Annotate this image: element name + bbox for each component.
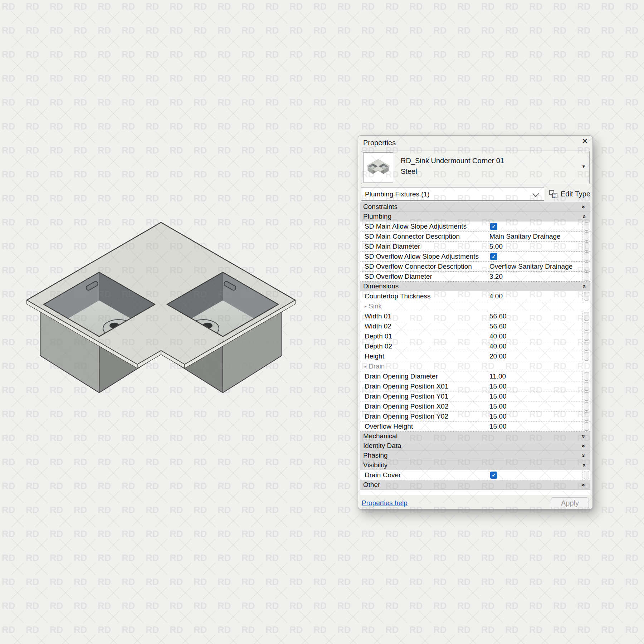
parameter-checkbox[interactable]: ✓: [490, 223, 497, 230]
parameter-group-row[interactable]: ▸Drain: [360, 361, 590, 371]
property-value[interactable]: 56.60: [487, 311, 582, 321]
expand-chevron-icon[interactable]: »: [581, 434, 587, 438]
property-value[interactable]: 15.00: [487, 411, 582, 421]
section-header-mechanical[interactable]: Mechanical»: [360, 431, 590, 441]
property-value[interactable]: 40.00: [487, 331, 582, 341]
expand-chevron-icon[interactable]: »: [581, 205, 587, 208]
property-name: SD Main Allow Slope Adjustments: [360, 221, 487, 231]
property-name: Overflow Height: [360, 421, 487, 431]
associate-parameter-button[interactable]: [584, 292, 589, 301]
property-row: Depth 0240.00: [360, 341, 590, 351]
property-value[interactable]: 11.00: [487, 371, 582, 381]
property-row: Depth 0140.00: [360, 331, 590, 341]
section-header-visibility[interactable]: Visibility»: [360, 460, 590, 470]
type-selector[interactable]: RD_Sink Undermount Corner 01 Steel ▾: [361, 151, 590, 184]
panel-title: Properties: [363, 139, 396, 147]
associate-param-column: [582, 470, 590, 480]
property-value[interactable]: 15.00: [487, 381, 582, 391]
associate-parameter-button[interactable]: [584, 232, 589, 241]
associate-parameter-button[interactable]: [584, 412, 589, 421]
associate-parameter-button[interactable]: [584, 471, 589, 479]
associate-parameter-button[interactable]: [584, 272, 589, 281]
associate-param-column: [582, 411, 590, 421]
property-value[interactable]: Main Sanitary Drainage: [487, 231, 582, 241]
associate-parameter-button[interactable]: [584, 332, 589, 341]
property-row: SD Main Allow Slope Adjustments✓: [360, 221, 590, 231]
edit-type-button[interactable]: Edit Type: [548, 188, 590, 200]
expand-chevron-icon[interactable]: »: [581, 454, 587, 457]
associate-parameter-button[interactable]: [584, 322, 589, 331]
associate-param-column: [582, 351, 590, 361]
associate-parameter-button[interactable]: [584, 252, 589, 261]
associate-parameter-button[interactable]: [584, 422, 589, 431]
property-value[interactable]: ✓: [487, 221, 582, 231]
property-name: Drain Opening Diameter: [360, 371, 487, 381]
associate-param-column: [582, 421, 590, 431]
property-row: SD Main Connector DescriptionMain Sanita…: [360, 231, 590, 241]
property-value[interactable]: ✓: [487, 470, 582, 480]
associate-parameter-button[interactable]: [584, 262, 589, 271]
associate-parameter-button[interactable]: [584, 312, 589, 321]
collapse-chevron-icon[interactable]: »: [581, 215, 587, 218]
grid-empty-space: [360, 490, 590, 495]
parameter-checkbox[interactable]: ✓: [490, 472, 497, 479]
property-row: SD Overflow Connector DescriptionOverflo…: [360, 262, 590, 272]
property-value[interactable]: 20.00: [487, 351, 582, 361]
associate-param-column: [582, 371, 590, 381]
property-name: Depth 02: [360, 341, 487, 351]
property-name: Width 02: [360, 321, 487, 331]
property-value[interactable]: ✓: [487, 252, 582, 261]
property-value[interactable]: 5.00: [487, 241, 582, 251]
associate-param-column: [582, 401, 590, 411]
property-name: SD Main Connector Description: [360, 231, 487, 241]
section-header-plumbing[interactable]: Plumbing»: [360, 212, 590, 221]
section-header-identity-data[interactable]: Identity Data»: [360, 441, 590, 451]
property-name: SD Main Diameter: [360, 241, 487, 251]
expand-chevron-icon[interactable]: »: [581, 483, 587, 486]
associate-param-column: [582, 231, 590, 241]
associate-parameter-button[interactable]: [584, 402, 589, 411]
associate-param-column: [582, 381, 590, 391]
associate-parameter-button[interactable]: [584, 382, 589, 391]
category-dropdown[interactable]: Plumbing Fixtures (1): [361, 187, 544, 201]
property-name: SD Overflow Allow Slope Adjustments: [360, 252, 487, 261]
property-row: Width 0256.60: [360, 321, 590, 331]
property-value[interactable]: 3.20: [487, 272, 582, 281]
parameter-checkbox[interactable]: ✓: [490, 253, 497, 260]
type-dropdown-arrow-icon[interactable]: ▾: [582, 163, 585, 170]
property-value[interactable]: 4.00: [487, 291, 582, 301]
property-value[interactable]: 15.00: [487, 421, 582, 431]
associate-parameter-button[interactable]: [584, 222, 589, 231]
associate-parameter-button[interactable]: [584, 352, 589, 361]
expand-chevron-icon[interactable]: »: [581, 444, 587, 447]
close-icon[interactable]: ✕: [582, 137, 588, 145]
parameter-group-row[interactable]: ▸Sink: [360, 301, 590, 311]
collapse-chevron-icon[interactable]: »: [581, 463, 587, 467]
property-value[interactable]: 15.00: [487, 391, 582, 401]
section-header-other[interactable]: Other»: [360, 480, 590, 490]
property-value[interactable]: 15.00: [487, 401, 582, 411]
property-row: Drain Opening Position Y0115.00: [360, 391, 590, 401]
collapse-chevron-icon[interactable]: »: [581, 284, 587, 288]
section-header-constraints[interactable]: Constraints»: [360, 202, 590, 212]
associate-param-column: [582, 321, 590, 331]
apply-button[interactable]: Apply: [551, 497, 589, 509]
property-name: Drain Opening Position X01: [360, 381, 487, 391]
panel-titlebar[interactable]: Properties ✕: [358, 136, 592, 151]
associate-parameter-button[interactable]: [584, 242, 589, 251]
associate-parameter-button[interactable]: [584, 372, 589, 381]
section-header-phasing[interactable]: Phasing»: [360, 451, 590, 460]
type-thumbnail-image: [364, 153, 393, 182]
group-name: Drain: [369, 362, 385, 370]
associate-parameter-button[interactable]: [584, 342, 589, 351]
associate-parameter-button[interactable]: [584, 392, 589, 401]
property-value[interactable]: 56.60: [487, 321, 582, 331]
property-value[interactable]: Overflow Sanitary Drainage: [487, 262, 582, 271]
properties-panel: Properties ✕ RD_Sink Undermount Corner 0…: [358, 135, 593, 509]
property-name: Width 01: [360, 311, 487, 321]
property-row: Width 0156.60: [360, 311, 590, 321]
properties-help-link[interactable]: Properties help: [362, 499, 408, 507]
property-value[interactable]: 40.00: [487, 341, 582, 351]
panel-footer: Properties help Apply: [358, 495, 592, 509]
section-header-dimensions[interactable]: Dimensions»: [360, 282, 590, 291]
